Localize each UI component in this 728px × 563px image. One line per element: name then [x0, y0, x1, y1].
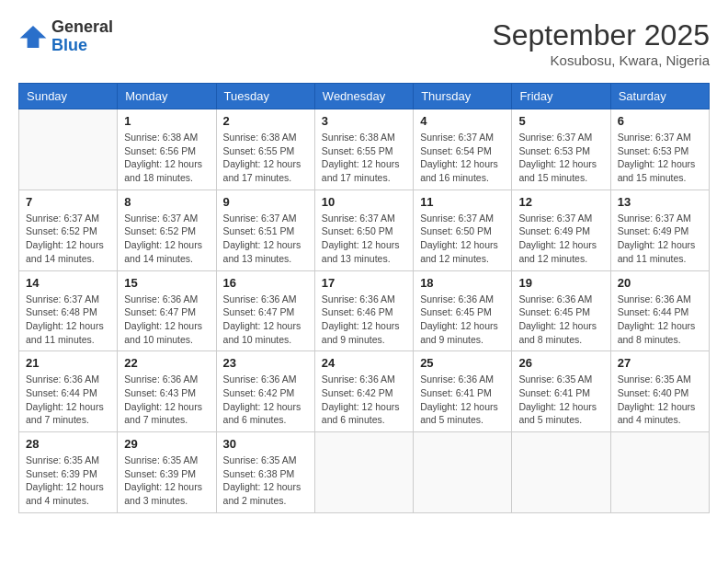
day-info: Sunrise: 6:36 AMSunset: 6:41 PMDaylight:… [420, 373, 505, 427]
calendar-cell [19, 109, 118, 190]
day-number: 2 [223, 114, 308, 128]
day-number: 6 [618, 114, 702, 128]
day-info: Sunrise: 6:36 AMSunset: 6:44 PMDaylight:… [618, 293, 702, 347]
calendar-cell: 16Sunrise: 6:36 AMSunset: 6:47 PMDayligh… [216, 270, 314, 351]
calendar-cell: 12Sunrise: 6:37 AMSunset: 6:49 PMDayligh… [512, 190, 610, 270]
calendar-cell: 23Sunrise: 6:36 AMSunset: 6:42 PMDayligh… [216, 351, 314, 432]
day-info: Sunrise: 6:37 AMSunset: 6:50 PMDaylight:… [420, 212, 505, 266]
day-info: Sunrise: 6:36 AMSunset: 6:42 PMDaylight:… [322, 373, 406, 427]
day-number: 9 [223, 195, 308, 209]
day-number: 19 [518, 276, 603, 290]
calendar-cell [512, 432, 610, 513]
calendar-cell: 1Sunrise: 6:38 AMSunset: 6:56 PMDaylight… [118, 109, 216, 190]
calendar-cell: 3Sunrise: 6:38 AMSunset: 6:55 PMDaylight… [314, 109, 413, 190]
calendar-cell: 4Sunrise: 6:37 AMSunset: 6:54 PMDaylight… [414, 109, 512, 190]
calendar-cell: 7Sunrise: 6:37 AMSunset: 6:52 PMDaylight… [19, 190, 118, 270]
logo-icon [18, 22, 48, 52]
calendar-cell: 9Sunrise: 6:37 AMSunset: 6:51 PMDaylight… [216, 190, 314, 270]
calendar-header-row: SundayMondayTuesdayWednesdayThursdayFrid… [19, 84, 710, 109]
day-number: 13 [618, 195, 702, 209]
calendar-cell: 10Sunrise: 6:37 AMSunset: 6:50 PMDayligh… [314, 190, 413, 270]
calendar-cell: 8Sunrise: 6:37 AMSunset: 6:52 PMDaylight… [118, 190, 216, 270]
day-info: Sunrise: 6:36 AMSunset: 6:42 PMDaylight:… [223, 373, 308, 427]
day-info: Sunrise: 6:37 AMSunset: 6:48 PMDaylight:… [26, 293, 110, 347]
col-header-saturday: Saturday [610, 84, 709, 109]
day-number: 8 [124, 195, 209, 209]
col-header-monday: Monday [118, 84, 216, 109]
calendar-cell: 15Sunrise: 6:36 AMSunset: 6:47 PMDayligh… [118, 270, 216, 351]
page-header: General Blue September 2025 Kosubosu, Kw… [18, 18, 710, 68]
day-info: Sunrise: 6:35 AMSunset: 6:39 PMDaylight:… [124, 454, 209, 508]
day-number: 1 [124, 114, 209, 128]
day-info: Sunrise: 6:38 AMSunset: 6:55 PMDaylight:… [223, 131, 308, 185]
col-header-thursday: Thursday [414, 84, 512, 109]
day-info: Sunrise: 6:35 AMSunset: 6:38 PMDaylight:… [223, 454, 308, 508]
day-number: 20 [618, 276, 702, 290]
day-number: 17 [322, 276, 406, 290]
calendar-cell: 17Sunrise: 6:36 AMSunset: 6:46 PMDayligh… [314, 270, 413, 351]
day-info: Sunrise: 6:36 AMSunset: 6:43 PMDaylight:… [124, 373, 209, 427]
day-info: Sunrise: 6:36 AMSunset: 6:47 PMDaylight:… [124, 293, 209, 347]
calendar-cell: 13Sunrise: 6:37 AMSunset: 6:49 PMDayligh… [610, 190, 709, 270]
day-number: 24 [322, 356, 406, 370]
day-number: 16 [223, 276, 308, 290]
month-title: September 2025 [492, 18, 710, 52]
calendar-cell: 5Sunrise: 6:37 AMSunset: 6:53 PMDaylight… [512, 109, 610, 190]
calendar-cell: 28Sunrise: 6:35 AMSunset: 6:39 PMDayligh… [19, 432, 118, 513]
day-number: 7 [26, 195, 110, 209]
day-number: 25 [420, 356, 505, 370]
calendar-table: SundayMondayTuesdayWednesdayThursdayFrid… [18, 83, 710, 513]
col-header-tuesday: Tuesday [216, 84, 314, 109]
day-info: Sunrise: 6:37 AMSunset: 6:50 PMDaylight:… [322, 212, 406, 266]
day-info: Sunrise: 6:36 AMSunset: 6:45 PMDaylight:… [420, 293, 505, 347]
day-info: Sunrise: 6:38 AMSunset: 6:56 PMDaylight:… [124, 131, 209, 185]
day-number: 30 [223, 437, 308, 451]
calendar-cell: 30Sunrise: 6:35 AMSunset: 6:38 PMDayligh… [216, 432, 314, 513]
day-number: 3 [322, 114, 406, 128]
calendar-cell: 29Sunrise: 6:35 AMSunset: 6:39 PMDayligh… [118, 432, 216, 513]
day-info: Sunrise: 6:37 AMSunset: 6:52 PMDaylight:… [26, 212, 110, 266]
day-info: Sunrise: 6:38 AMSunset: 6:55 PMDaylight:… [322, 131, 406, 185]
day-number: 15 [124, 276, 209, 290]
location: Kosubosu, Kwara, Nigeria [492, 52, 710, 68]
day-info: Sunrise: 6:35 AMSunset: 6:41 PMDaylight:… [518, 373, 603, 427]
day-info: Sunrise: 6:36 AMSunset: 6:45 PMDaylight:… [518, 293, 603, 347]
col-header-friday: Friday [512, 84, 610, 109]
day-info: Sunrise: 6:37 AMSunset: 6:53 PMDaylight:… [518, 131, 603, 185]
week-row-1: 1Sunrise: 6:38 AMSunset: 6:56 PMDaylight… [19, 109, 710, 190]
day-info: Sunrise: 6:36 AMSunset: 6:47 PMDaylight:… [223, 293, 308, 347]
week-row-3: 14Sunrise: 6:37 AMSunset: 6:48 PMDayligh… [19, 270, 710, 351]
calendar-cell: 20Sunrise: 6:36 AMSunset: 6:44 PMDayligh… [610, 270, 709, 351]
day-info: Sunrise: 6:35 AMSunset: 6:40 PMDaylight:… [618, 373, 702, 427]
day-number: 27 [618, 356, 702, 370]
calendar-cell: 27Sunrise: 6:35 AMSunset: 6:40 PMDayligh… [610, 351, 709, 432]
calendar-cell: 25Sunrise: 6:36 AMSunset: 6:41 PMDayligh… [414, 351, 512, 432]
logo-text: General Blue [51, 18, 113, 55]
day-info: Sunrise: 6:37 AMSunset: 6:49 PMDaylight:… [518, 212, 603, 266]
day-number: 22 [124, 356, 209, 370]
calendar-cell [610, 432, 709, 513]
calendar-cell: 24Sunrise: 6:36 AMSunset: 6:42 PMDayligh… [314, 351, 413, 432]
calendar-cell: 26Sunrise: 6:35 AMSunset: 6:41 PMDayligh… [512, 351, 610, 432]
day-number: 21 [26, 356, 110, 370]
day-info: Sunrise: 6:36 AMSunset: 6:44 PMDaylight:… [26, 373, 110, 427]
day-info: Sunrise: 6:37 AMSunset: 6:52 PMDaylight:… [124, 212, 209, 266]
calendar-cell: 21Sunrise: 6:36 AMSunset: 6:44 PMDayligh… [19, 351, 118, 432]
day-number: 12 [518, 195, 603, 209]
day-number: 14 [26, 276, 110, 290]
calendar-cell: 11Sunrise: 6:37 AMSunset: 6:50 PMDayligh… [414, 190, 512, 270]
day-number: 29 [124, 437, 209, 451]
title-area: September 2025 Kosubosu, Kwara, Nigeria [492, 18, 710, 68]
day-info: Sunrise: 6:37 AMSunset: 6:54 PMDaylight:… [420, 131, 505, 185]
day-number: 11 [420, 195, 505, 209]
day-number: 23 [223, 356, 308, 370]
calendar-cell: 19Sunrise: 6:36 AMSunset: 6:45 PMDayligh… [512, 270, 610, 351]
calendar-cell [414, 432, 512, 513]
day-info: Sunrise: 6:35 AMSunset: 6:39 PMDaylight:… [26, 454, 110, 508]
day-info: Sunrise: 6:37 AMSunset: 6:49 PMDaylight:… [618, 212, 702, 266]
calendar-cell: 18Sunrise: 6:36 AMSunset: 6:45 PMDayligh… [414, 270, 512, 351]
week-row-2: 7Sunrise: 6:37 AMSunset: 6:52 PMDaylight… [19, 190, 710, 270]
day-info: Sunrise: 6:37 AMSunset: 6:53 PMDaylight:… [618, 131, 702, 185]
day-info: Sunrise: 6:37 AMSunset: 6:51 PMDaylight:… [223, 212, 308, 266]
day-info: Sunrise: 6:36 AMSunset: 6:46 PMDaylight:… [322, 293, 406, 347]
